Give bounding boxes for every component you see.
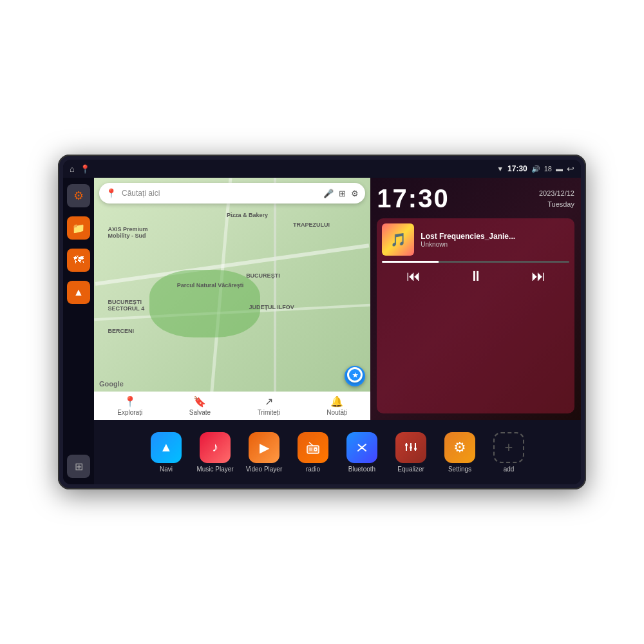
main-area: ⚙ 📁 🗺 ▲ ⊞	[63, 178, 581, 484]
battery-level: 18	[544, 165, 552, 173]
map-background: AXIS PremiumMobility - Sud Pizza & Baker…	[94, 178, 370, 420]
sidebar-item-apps[interactable]: ⊞	[67, 455, 90, 478]
pin-icon[interactable]: 📍	[80, 164, 90, 174]
volume-icon: 🔊	[531, 165, 540, 173]
map-bottom-saved[interactable]: 🔖 Salvate	[189, 395, 211, 416]
clock-date: 2023/12/12 Tuesday	[539, 188, 574, 209]
app-video-player[interactable]: ▶ Video Player	[245, 432, 283, 473]
status-time: 17:30	[507, 164, 527, 173]
music-progress-bar[interactable]	[382, 261, 569, 263]
status-bar: ⌂ 📍 ▼ 17:30 🔊 18 ▬ ↩	[63, 160, 581, 178]
app-navi[interactable]: ▲ Navi	[147, 432, 185, 473]
sidebar-item-settings[interactable]: ⚙	[67, 184, 90, 207]
app-equalizer[interactable]: Equalizer	[392, 432, 430, 473]
map-label-berceni: BERCENI	[108, 328, 134, 334]
map-bottom-share[interactable]: ↗ Trimiteți	[258, 395, 280, 416]
pause-button[interactable]: ⏸	[469, 268, 483, 285]
app-music-player[interactable]: ♪ Music Player	[196, 432, 234, 473]
album-art: 🎵	[382, 223, 414, 256]
music-artist: Unknown	[421, 241, 569, 248]
clock-area: 17:30 2023/12/12 Tuesday	[377, 184, 574, 213]
bluetooth-icon	[346, 432, 377, 463]
svg-point-10	[410, 446, 412, 449]
prev-button[interactable]: ⏮	[406, 268, 421, 285]
radio-icon	[298, 432, 328, 463]
top-section: AXIS PremiumMobility - Sud Pizza & Baker…	[94, 178, 581, 420]
video-player-icon: ▶	[249, 432, 279, 463]
app-add[interactable]: + add	[489, 432, 528, 473]
settings-dots-icon[interactable]: ⚙	[351, 189, 359, 198]
music-player-icon: ♪	[200, 432, 231, 463]
music-info: 🎵 Lost Frequencies_Janie... Unknown	[382, 223, 569, 256]
music-player: 🎵 Lost Frequencies_Janie... Unknown	[377, 218, 574, 413]
music-player-label: Music Player	[196, 466, 233, 473]
music-controls: ⏮ ⏸ ⏭	[382, 268, 569, 285]
home-icon[interactable]: ⌂	[70, 164, 75, 174]
device-screen: ⌂ 📍 ▼ 17:30 🔊 18 ▬ ↩ ⚙ 📁	[63, 160, 581, 484]
sidebar: ⚙ 📁 🗺 ▲ ⊞	[63, 178, 94, 484]
map-bottom-explore[interactable]: 📍 Explorați	[117, 395, 142, 416]
mic-icon[interactable]: 🎤	[323, 189, 334, 198]
sidebar-item-map[interactable]: 🗺	[67, 249, 90, 272]
equalizer-label: Equalizer	[397, 466, 424, 473]
share-label: Trimiteți	[258, 409, 280, 416]
map-bottom-news[interactable]: 🔔 Noutăți	[327, 395, 347, 416]
map-icon: 🗺	[73, 254, 84, 266]
app-bluetooth[interactable]: Bluetooth	[343, 432, 381, 473]
wifi-icon: ▼	[497, 165, 504, 173]
search-placeholder[interactable]: Căutați aici	[122, 189, 318, 198]
clock-date-value: 2023/12/12	[539, 189, 574, 197]
app-grid: ▲ Navi ♪ Music Player ▶ V	[94, 420, 581, 484]
apps-icon: ⊞	[75, 460, 83, 473]
map-search-bar[interactable]: 📍 Căutați aici 🎤 ⊞ ⚙	[99, 183, 365, 204]
sidebar-item-navigation[interactable]: ▲	[67, 281, 90, 304]
saved-label: Salvate	[189, 409, 211, 416]
map-label-ilfov: JUDEȚUL ILFOV	[249, 304, 294, 310]
svg-point-7	[405, 444, 408, 446]
files-icon: 📁	[72, 222, 85, 234]
video-player-label: Video Player	[246, 466, 283, 473]
map-label-buc: BUCUREȘTI	[246, 272, 280, 279]
svg-rect-2	[309, 448, 312, 451]
explore-icon: 📍	[124, 395, 137, 408]
radio-label: radio	[306, 466, 320, 473]
music-title: Lost Frequencies_Janie...	[421, 232, 569, 241]
app-radio[interactable]: radio	[294, 432, 332, 473]
app-settings[interactable]: ⚙ Settings	[440, 432, 479, 473]
status-left: ⌂ 📍	[70, 164, 90, 174]
map-section: AXIS PremiumMobility - Sud Pizza & Baker…	[94, 178, 370, 420]
svg-point-13	[414, 448, 417, 450]
news-label: Noutăți	[327, 409, 347, 416]
add-icon: +	[493, 432, 524, 463]
navi-icon: ▲	[151, 432, 182, 463]
news-icon: 🔔	[330, 395, 343, 408]
saved-icon: 🔖	[193, 395, 206, 408]
equalizer-icon	[395, 432, 426, 463]
music-progress-fill	[382, 261, 438, 263]
status-right: ▼ 17:30 🔊 18 ▬ ↩	[497, 164, 574, 174]
bluetooth-label: Bluetooth	[348, 466, 375, 473]
music-section: 17:30 2023/12/12 Tuesday 🎵	[370, 178, 581, 420]
map-label-pizza: Pizza & Bakery	[227, 212, 268, 218]
device: ⌂ 📍 ▼ 17:30 🔊 18 ▬ ↩ ⚙ 📁	[58, 155, 586, 489]
map-label-axis: AXIS PremiumMobility - Sud	[108, 226, 147, 239]
add-label: add	[504, 466, 515, 473]
map-label-park: Parcul Natural Văcărești	[177, 282, 244, 289]
content-area: AXIS PremiumMobility - Sud Pizza & Baker…	[94, 178, 581, 484]
navigation-icon: ▲	[73, 287, 84, 298]
google-maps-pin-icon: 📍	[106, 188, 117, 198]
settings-icon: ⚙	[73, 189, 84, 203]
explore-label: Explorați	[117, 409, 142, 416]
next-button[interactable]: ⏭	[531, 268, 545, 285]
settings-app-icon: ⚙	[444, 432, 475, 463]
sidebar-item-files[interactable]: 📁	[67, 216, 90, 240]
clock-day: Tuesday	[547, 200, 574, 208]
share-icon: ↗	[265, 395, 273, 408]
star-icon: ★	[352, 372, 358, 379]
navi-label: Navi	[160, 466, 173, 473]
map-label-trap: TRAPEZULUI	[293, 222, 330, 228]
back-icon[interactable]: ↩	[567, 164, 574, 174]
clock-time: 17:30	[377, 184, 449, 213]
map-bottom-bar: 📍 Explorați 🔖 Salvate ↗ Trimiteți	[94, 392, 370, 420]
layers-icon[interactable]: ⊞	[339, 189, 346, 198]
